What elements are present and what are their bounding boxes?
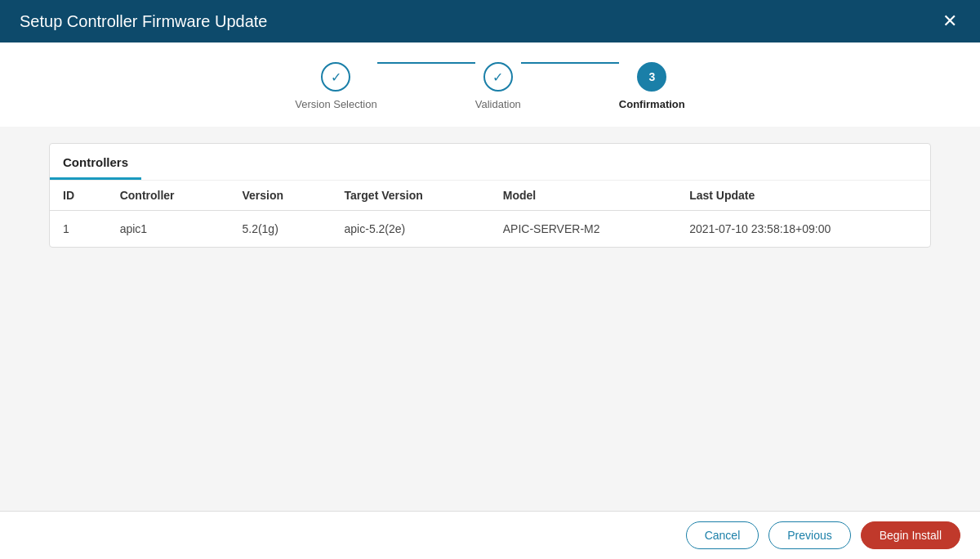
step-2-icon [492,69,503,85]
cancel-button[interactable]: Cancel [686,521,760,549]
cell-version: 5.2(1g) [229,211,331,248]
cell-controller: apic1 [107,211,229,248]
begin-install-button[interactable]: Begin Install [861,521,960,549]
close-button[interactable]: ✕ [939,9,960,34]
col-model: Model [490,181,676,211]
connector-2 [521,62,619,87]
step-3: 3 Confirmation [619,62,685,110]
controllers-table-card: Controllers ID Controller Version Target… [49,143,931,248]
modal-body: Version Selection Validation [0,42,980,511]
content-area: Controllers ID Controller Version Target… [0,127,980,511]
table-body: 1 apic1 5.2(1g) apic-5.2(2e) APIC-SERVER… [50,211,930,248]
cell-model: APIC-SERVER-M2 [490,211,676,248]
controllers-table: ID Controller Version Target Version Mod… [50,181,930,247]
previous-button[interactable]: Previous [768,521,850,549]
step-3-label: Confirmation [619,98,685,110]
col-controller: Controller [107,181,229,211]
cell-target-version: apic-5.2(2e) [332,211,490,248]
modal-header: Setup Controller Firmware Update ✕ [0,0,980,42]
step-1-icon [331,69,341,85]
connector-1 [377,62,475,87]
stepper: Version Selection Validation [295,62,684,110]
table-header: ID Controller Version Target Version Mod… [50,181,930,211]
step-line-2 [521,62,619,64]
col-last-update: Last Update [676,181,930,211]
step-1: Version Selection [295,62,376,110]
col-version: Version [229,181,331,211]
table-header-row: ID Controller Version Target Version Mod… [50,181,930,211]
step-3-circle: 3 [637,62,666,92]
modal-container: Setup Controller Firmware Update ✕ Versi… [0,0,980,559]
modal-title: Setup Controller Firmware Update [20,12,267,31]
table-row: 1 apic1 5.2(1g) apic-5.2(2e) APIC-SERVER… [50,211,930,248]
step-1-circle [321,62,350,92]
col-id: ID [50,181,107,211]
table-section-title: Controllers [50,144,141,180]
step-3-icon: 3 [648,70,655,83]
cell-last-update: 2021-07-10 23:58:18+09:00 [676,211,930,248]
step-2-circle [483,62,513,92]
table-title-row: Controllers [50,144,930,181]
step-2: Validation [475,62,521,110]
step-2-label: Validation [475,98,521,110]
step-1-label: Version Selection [295,98,376,110]
stepper-area: Version Selection Validation [0,42,980,127]
modal-footer: Cancel Previous Begin Install [0,511,980,559]
col-target-version: Target Version [332,181,490,211]
cell-id: 1 [50,211,107,248]
step-line-1 [377,62,475,64]
